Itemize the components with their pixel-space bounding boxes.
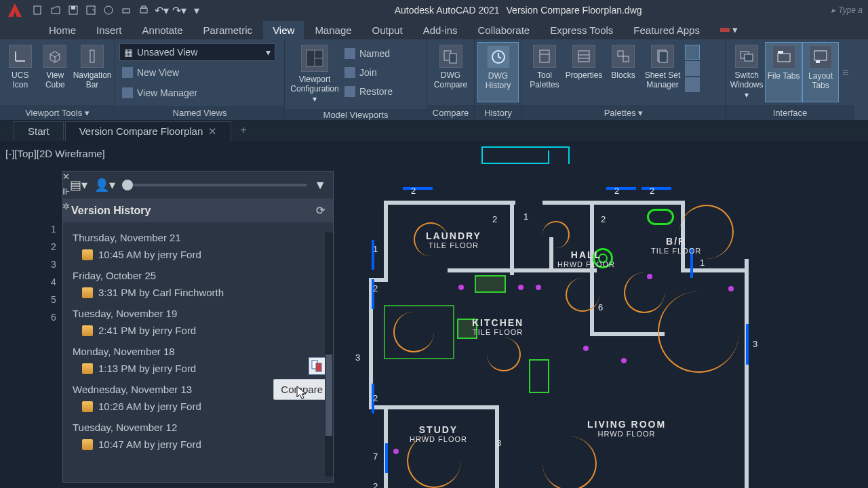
- compare-button[interactable]: [309, 357, 326, 375]
- tab-express[interactable]: Express Tools: [540, 21, 623, 39]
- qat-dropdown-icon[interactable]: ▾: [189, 2, 205, 18]
- properties-button[interactable]: Properties: [564, 42, 604, 102]
- svg-rect-0: [34, 6, 41, 14]
- panel-title-interface: Interface: [726, 105, 854, 120]
- plot-icon[interactable]: [118, 2, 134, 18]
- ucs-icon-button[interactable]: UCS Icon: [3, 42, 38, 102]
- join-viewport-button[interactable]: Join: [342, 64, 395, 81]
- view-dropdown[interactable]: ▦Unsaved View▾: [119, 43, 275, 61]
- slider-thumb[interactable]: [122, 180, 133, 190]
- dwg-file-icon: [82, 439, 93, 450]
- tab-view[interactable]: View: [263, 21, 304, 39]
- view-cube-button[interactable]: View Cube: [38, 42, 73, 102]
- redo-icon[interactable]: ↷▾: [171, 2, 187, 18]
- navigation-bar-button[interactable]: Navigation Bar: [73, 42, 112, 102]
- drawing-canvas[interactable]: LAUNDRYTILE FLOOR HALLHRWD FLOOR B/RTILE…: [339, 142, 868, 488]
- new-icon[interactable]: [30, 2, 46, 18]
- scrollbar[interactable]: [325, 232, 333, 476]
- panel-named-views: ▦Unsaved View▾ New View View Manager Nam…: [115, 39, 285, 120]
- ribbon: UCS Icon View Cube Navigation Bar Viewpo…: [0, 39, 868, 121]
- tab-home[interactable]: Home: [39, 21, 85, 39]
- saveas-icon[interactable]: [83, 2, 99, 18]
- user-filter-icon[interactable]: 👤▾: [94, 178, 115, 192]
- tab-manage[interactable]: Manage: [305, 21, 361, 39]
- save-icon[interactable]: [65, 2, 81, 18]
- svg-rect-32: [316, 363, 321, 371]
- new-view-button[interactable]: New View: [119, 64, 280, 81]
- dwg-file-icon: [82, 363, 93, 374]
- blue-wall: [746, 324, 749, 365]
- timeline-slider[interactable]: [122, 184, 307, 186]
- version-entry[interactable]: 2:41 PM by jerry Ford: [63, 321, 333, 340]
- add-tab-icon[interactable]: +: [237, 124, 250, 138]
- print-icon[interactable]: [136, 2, 152, 18]
- tab-annotate[interactable]: Annotate: [133, 21, 193, 39]
- dim-label: 1: [524, 211, 528, 222]
- scrollbar-thumb[interactable]: [326, 354, 332, 436]
- app-logo[interactable]: [5, 1, 24, 20]
- tab-extra[interactable]: ▾: [711, 20, 747, 39]
- room-study: STUDYHRWD FLOOR: [410, 424, 467, 443]
- outlet-icon: [536, 285, 541, 290]
- svg-rect-9: [90, 50, 94, 62]
- panel-gear-icon[interactable]: ✲: [60, 201, 71, 212]
- cyan-wall: [548, 150, 549, 164]
- version-entry[interactable]: 10:47 AM by jerry Ford: [63, 434, 333, 454]
- panel-title-palettes[interactable]: Palettes ▾: [522, 105, 725, 120]
- open-icon[interactable]: [47, 2, 64, 18]
- palette-small-3[interactable]: [685, 77, 700, 92]
- tab-insert[interactable]: Insert: [87, 21, 132, 39]
- tool-palettes-button[interactable]: Tool Palettes: [525, 42, 564, 102]
- version-list[interactable]: Thursday, November 2110:45 AM by jerry F…: [63, 222, 333, 466]
- svg-rect-29: [814, 51, 827, 60]
- version-entry[interactable]: 1:13 PM by jerry FordCompare: [63, 359, 333, 378]
- blocks-button[interactable]: Blocks: [604, 42, 643, 102]
- sheet-set-button[interactable]: Sheet Set Manager: [643, 42, 682, 102]
- panel-title-viewport[interactable]: Viewport Tools ▾: [0, 105, 115, 120]
- tab-parametric[interactable]: Parametric: [194, 21, 262, 39]
- named-viewport-button[interactable]: Named: [342, 45, 395, 62]
- panel-close-icon[interactable]: ✕: [60, 171, 71, 182]
- refresh-icon[interactable]: ⟳: [316, 204, 325, 217]
- view-manager-button[interactable]: View Manager: [119, 84, 280, 102]
- tab-collaborate[interactable]: Collaborate: [468, 21, 539, 39]
- room-laundry: LAUNDRYTILE FLOOR: [426, 230, 481, 249]
- chevron-down-icon: ▾: [266, 47, 271, 58]
- interface-more-icon[interactable]: ≡: [839, 42, 852, 102]
- layout-tabs-button[interactable]: Layout Tabs: [802, 42, 840, 102]
- palette-small-2[interactable]: [685, 61, 700, 76]
- version-entry[interactable]: 10:45 AM by jerry Ford: [63, 245, 333, 264]
- viewport-label[interactable]: [-][Top][2D Wireframe]: [5, 148, 105, 159]
- panel-model-viewports: Viewport Configuration ▾ Named Join Rest…: [285, 39, 427, 120]
- dwg-history-button[interactable]: DWG History: [477, 42, 519, 102]
- tab-featured[interactable]: Featured Apps: [624, 21, 709, 39]
- version-entry-text: 3:31 PM by Carl Finchworth: [98, 287, 224, 298]
- file-tabs-button[interactable]: File Tabs: [765, 42, 802, 102]
- current-file-tab[interactable]: Version Compare Floorplan✕: [65, 121, 232, 141]
- list-view-icon[interactable]: ▤▾: [70, 178, 87, 192]
- web-icon[interactable]: [100, 2, 117, 18]
- switch-windows-button[interactable]: Switch Windows ▾: [728, 42, 765, 102]
- tab-output[interactable]: Output: [363, 21, 412, 39]
- dim-label: 1: [700, 258, 705, 268]
- wall: [384, 201, 388, 282]
- panel-title-compare: Compare: [427, 105, 474, 120]
- undo-icon[interactable]: ↶▾: [153, 2, 170, 18]
- dwg-compare-button[interactable]: DWG Compare: [430, 42, 471, 102]
- start-tab[interactable]: Start: [14, 121, 64, 140]
- restore-viewport-button[interactable]: Restore: [342, 83, 395, 100]
- svg-rect-26: [745, 54, 753, 61]
- search-box[interactable]: ▸ Type a: [831, 5, 863, 15]
- viewport-config-button[interactable]: Viewport Configuration ▾: [288, 42, 342, 106]
- version-entry-text: 2:41 PM by jerry Ford: [98, 325, 196, 336]
- panel-palettes: Tool Palettes Properties Blocks Sheet Se…: [522, 39, 726, 120]
- version-entry[interactable]: 3:31 PM by Carl Finchworth: [63, 283, 333, 302]
- wall: [745, 259, 749, 488]
- close-icon[interactable]: ✕: [208, 125, 217, 137]
- version-entry[interactable]: 10:26 AM by jerry Ford: [63, 396, 333, 416]
- palette-small-1[interactable]: [685, 45, 700, 60]
- panel-pin-icon[interactable]: ⊪: [60, 186, 71, 197]
- filter-icon[interactable]: ▼: [314, 178, 326, 192]
- tab-addins[interactable]: Add-ins: [414, 21, 467, 39]
- sink-icon: [475, 275, 506, 293]
